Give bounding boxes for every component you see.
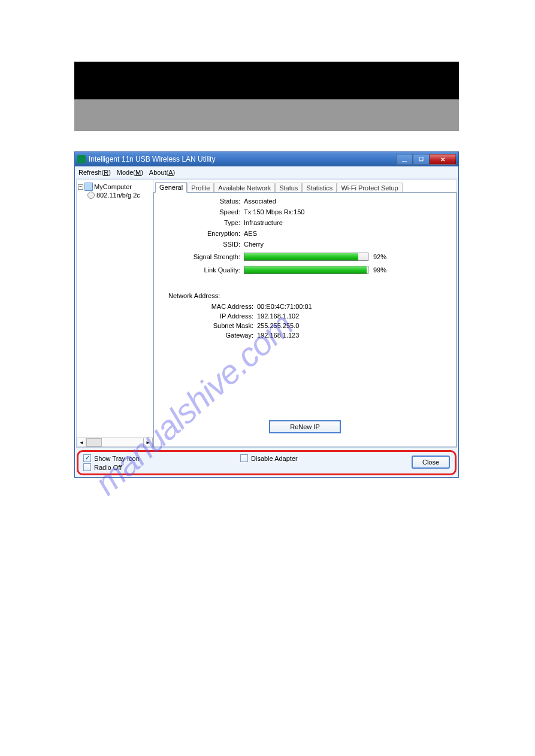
show-tray-icon-label: Show Tray Icon	[94, 455, 140, 462]
encryption-label: Encryption:	[162, 230, 240, 237]
gateway-value: 192.168.1.123	[257, 332, 299, 339]
ip-value: 192.168.1.102	[257, 312, 299, 320]
maximize-button[interactable]	[413, 154, 430, 165]
tab-wifi-protect-setup[interactable]: Wi-Fi Protect Setup	[337, 183, 402, 193]
type-value: Infrastructure	[244, 219, 448, 226]
window-close-button[interactable]	[430, 154, 456, 165]
window-controls	[396, 154, 456, 165]
disable-adapter-label: Disable Adapter	[251, 455, 298, 462]
renew-ip-button[interactable]: ReNew IP	[269, 420, 341, 433]
tabs-strip: General Profile Available Network Status…	[153, 180, 457, 192]
checkbox-icon[interactable]	[83, 463, 91, 471]
checkbox-icon[interactable]	[240, 454, 248, 462]
bottom-options-bar: Show Tray Icon Radio Off Disable Adapter…	[77, 450, 457, 475]
app-icon	[77, 155, 86, 163]
adapter-icon	[87, 192, 95, 199]
tree-scrollbar[interactable]: ◄ ►	[77, 438, 153, 447]
scroll-left-button[interactable]: ◄	[77, 438, 86, 447]
header-black-bar	[74, 62, 459, 99]
link-quality-bar	[244, 266, 368, 274]
subnet-mask-value: 255.255.255.0	[257, 322, 299, 329]
gateway-label: Gateway:	[162, 332, 253, 339]
type-label: Type:	[162, 219, 240, 226]
speed-value: Tx:150 Mbps Rx:150	[244, 208, 448, 215]
menu-about[interactable]: About(A)	[149, 169, 175, 176]
computer-icon	[84, 183, 93, 191]
main-area: − MyComputer 802.11n/b/g 2c ◄ ► General …	[76, 180, 457, 448]
radio-off-checkbox[interactable]: Radio Off	[83, 463, 140, 471]
ssid-label: SSID:	[162, 241, 240, 248]
wlan-utility-window: Intelligent 11n USB Wireless LAN Utility…	[74, 151, 459, 478]
mac-value: 00:E0:4C:71:00:01	[257, 303, 312, 310]
tab-statistics[interactable]: Statistics	[302, 183, 337, 193]
minimize-button[interactable]	[396, 154, 413, 165]
tree-adapter-row[interactable]: 802.11n/b/g 2c	[77, 192, 153, 199]
device-tree[interactable]: − MyComputer 802.11n/b/g 2c ◄ ►	[77, 180, 153, 447]
link-quality-fill	[244, 266, 367, 274]
scroll-track[interactable]	[86, 438, 143, 447]
menu-refresh[interactable]: Refresh(R)	[78, 169, 111, 176]
title-bar[interactable]: Intelligent 11n USB Wireless LAN Utility	[75, 152, 458, 166]
signal-strength-bar	[244, 253, 368, 261]
signal-strength-label: Signal Strength:	[162, 253, 240, 260]
tab-profile[interactable]: Profile	[187, 183, 214, 193]
mac-label: MAC Address:	[162, 303, 253, 310]
close-button[interactable]: Close	[412, 456, 450, 469]
status-value: Associated	[244, 198, 448, 205]
menu-mode[interactable]: Mode(M)	[117, 169, 143, 176]
subnet-mask-label: Subnet Mask:	[162, 322, 253, 329]
ip-label: IP Address:	[162, 312, 253, 320]
speed-label: Speed:	[162, 208, 240, 215]
collapse-icon[interactable]: −	[78, 184, 83, 190]
show-tray-icon-checkbox[interactable]: Show Tray Icon	[83, 454, 140, 462]
radio-off-label: Radio Off	[94, 464, 122, 471]
status-label: Status:	[162, 198, 240, 205]
tree-adapter-label: 802.11n/b/g 2c	[96, 192, 140, 199]
header-gray-bar	[74, 99, 459, 131]
tree-root-label: MyComputer	[94, 183, 132, 190]
disable-adapter-checkbox[interactable]: Disable Adapter	[240, 454, 298, 462]
network-address-heading: Network Address:	[168, 292, 448, 299]
window-title: Intelligent 11n USB Wireless LAN Utility	[89, 155, 396, 163]
tab-available-network[interactable]: Available Network	[214, 183, 275, 193]
link-quality-label: Link Quality:	[162, 266, 240, 274]
tab-general[interactable]: General	[155, 182, 187, 193]
ssid-value: Cherry	[244, 241, 448, 248]
tab-general-body: Status: Associated Speed: Tx:150 Mbps Rx…	[153, 192, 457, 447]
menu-bar: Refresh(R) Mode(M) About(A)	[75, 166, 458, 178]
tree-root-row[interactable]: − MyComputer	[77, 182, 153, 192]
signal-strength-percent: 92%	[373, 253, 386, 260]
signal-strength-fill	[244, 253, 358, 260]
tab-area: General Profile Available Network Status…	[153, 180, 457, 447]
scroll-right-button[interactable]: ►	[143, 438, 153, 447]
tab-status[interactable]: Status	[275, 183, 302, 193]
scroll-thumb[interactable]	[86, 438, 102, 447]
checkbox-icon[interactable]	[83, 454, 91, 462]
link-quality-percent: 99%	[373, 266, 386, 274]
encryption-value: AES	[244, 230, 448, 237]
